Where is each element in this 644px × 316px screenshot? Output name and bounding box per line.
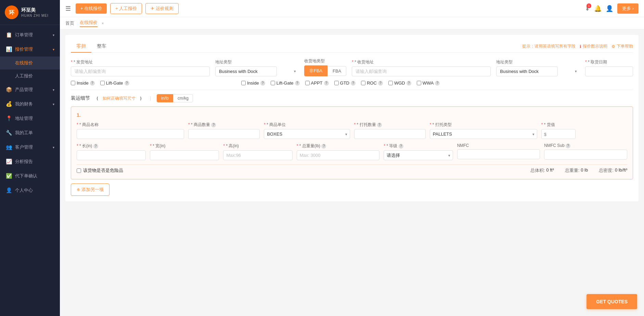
unit-cmkg-button[interactable]: cm/kg <box>173 94 193 102</box>
wgd-help-icon[interactable]: ? <box>407 81 411 86</box>
non-fba-button[interactable]: 非FBA <box>304 65 327 76</box>
breadcrumb-home[interactable]: 首页 <box>65 20 74 26</box>
height-input[interactable] <box>223 150 292 160</box>
pallet-type-select[interactable]: PALLETS SKIDS FLOOR <box>430 129 537 139</box>
sidebar-item-finance[interactable]: 💰 我的财务 ▾ <box>0 97 60 111</box>
inside-dest-input[interactable] <box>241 81 246 85</box>
add-item-button[interactable]: ⊕ 添加另一项 <box>71 184 110 196</box>
sidebar-item-address-mgmt[interactable]: 📍 地址管理 <box>0 111 60 126</box>
width-input[interactable] <box>150 150 219 160</box>
nmfc-label: NMFC <box>457 143 540 148</box>
unit-toggle: in/lb cm/kg <box>157 94 193 102</box>
shipping-rules-button[interactable]: ✈ 运价规则 <box>145 3 179 14</box>
liftgate-dest-checkbox[interactable]: Lift-Gate ? <box>271 80 300 86</box>
sidebar-item-manual-quote[interactable]: 人工报价 <box>0 69 60 83</box>
workorder-icon: 🔧 <box>5 130 12 136</box>
shipping-title: 装运细节 <box>71 95 90 101</box>
inside-origin-checkbox[interactable]: Inside ? <box>71 80 95 86</box>
liftgate-dest-help-icon[interactable]: ? <box>295 81 300 86</box>
sidebar-item-confirm-order[interactable]: ✅ 代下单确认 <box>0 169 60 183</box>
length-help-icon[interactable]: ? <box>93 144 98 149</box>
sidebar-item-profile[interactable]: 👤 个人中心 <box>0 183 60 198</box>
length-input[interactable] <box>77 150 146 160</box>
inside-origin-help-icon[interactable]: ? <box>90 81 95 86</box>
grade-help-icon[interactable]: ? <box>399 144 403 149</box>
fba-button[interactable]: FBA <box>327 66 346 76</box>
download-icon[interactable]: ⬇ 1 <box>585 5 590 12</box>
wwa-help-icon[interactable]: ? <box>435 81 440 86</box>
order-help-link[interactable]: ⚙ 下单帮助 <box>611 43 633 49</box>
appt-help-icon[interactable]: ? <box>324 81 329 86</box>
tab-close-icon[interactable]: × <box>102 21 104 25</box>
gtd-checkbox[interactable]: GTD ? <box>334 80 356 86</box>
tab-ltl[interactable]: 零担 <box>71 40 91 53</box>
liftgate-origin-input[interactable] <box>100 81 105 85</box>
liftgate-origin-checkbox[interactable]: Lift-Gate ? <box>100 80 129 86</box>
hazardous-checkbox[interactable] <box>77 168 81 173</box>
online-quote-button[interactable]: + 在线报价 <box>76 3 107 14</box>
hamburger-icon[interactable]: ☰ <box>65 5 71 12</box>
wwa-checkbox[interactable]: WWA ? <box>417 80 440 86</box>
gtd-input[interactable] <box>334 81 339 85</box>
pallet-qty-input[interactable] <box>354 129 426 139</box>
pickup-date-input[interactable] <box>585 66 633 76</box>
liftgate-dest-input[interactable] <box>271 81 275 85</box>
sidebar-item-customer-mgmt[interactable]: 👥 客户管理 ▾ <box>0 140 60 154</box>
item-fields-row2: * * 长(in) ? * * 宽(in) <box>77 143 627 160</box>
sidebar-item-order-mgmt[interactable]: 📋 订单管理 ▾ <box>0 28 60 42</box>
pallet-qty-field: * * 打托数量 ? <box>354 122 426 139</box>
roc-help-icon[interactable]: ? <box>378 81 383 86</box>
more-button[interactable]: 更多 › <box>617 3 639 14</box>
nmfc-sub-input[interactable] <box>544 150 627 160</box>
nmfc-input[interactable] <box>457 149 540 159</box>
wgd-checkbox[interactable]: WGD ? <box>388 80 411 86</box>
sidebar-item-label: 代下单确认 <box>15 173 37 179</box>
notification-icon[interactable]: 🔔 <box>594 5 602 12</box>
pickup-date-label: * * 取货日期 <box>585 59 633 65</box>
product-qty-input[interactable] <box>188 129 260 139</box>
main-area: ☰ + 在线报价 + 人工报价 ✈ 运价规则 ⬇ 1 🔔 👤 更多 › 首页 在… <box>60 0 644 316</box>
qty-help-icon[interactable]: ? <box>211 123 216 127</box>
sidebar-item-label: 地址管理 <box>15 115 33 122</box>
sidebar-item-product-mgmt[interactable]: 📦 产品管理 ▾ <box>0 83 60 97</box>
pallet-qty-help-icon[interactable]: ? <box>377 123 382 127</box>
sidebar-item-quote-mgmt[interactable]: 📊 报价管理 ▾ <box>0 42 60 56</box>
sidebar-item-analysis[interactable]: 📈 分析报告 <box>0 154 60 169</box>
nmfc-sub-help-icon[interactable]: ? <box>566 143 570 148</box>
inside-dest-checkbox[interactable]: Inside ? <box>241 80 265 86</box>
breadcrumb-current[interactable]: 在线报价 <box>80 20 98 27</box>
weight-help-icon[interactable]: ? <box>321 144 326 149</box>
bracket-close: ） <box>140 95 144 101</box>
dest-address-input[interactable] <box>352 66 491 76</box>
user-icon[interactable]: 👤 <box>606 5 613 12</box>
sidebar-item-label: 分析报告 <box>15 159 33 165</box>
gtd-help-icon[interactable]: ? <box>351 81 356 86</box>
liftgate-origin-help-icon[interactable]: ? <box>125 81 129 86</box>
unit-inlb-button[interactable]: in/lb <box>157 94 173 102</box>
product-unit-label: * * 商品单位 <box>264 122 350 128</box>
inside-dest-help-icon[interactable]: ? <box>260 81 265 86</box>
grade-select[interactable]: 请选择 50556065 7077.58592.5 100110125150 1… <box>384 150 453 160</box>
how-to-link[interactable]: 如何正确填写尺寸 <box>103 96 136 101</box>
roc-checkbox[interactable]: ROC ? <box>361 80 383 86</box>
total-density-stat: 总密度: 0 lb/ft³ <box>599 167 627 174</box>
product-name-input[interactable] <box>77 129 184 139</box>
get-quotes-button[interactable]: GET QUOTES <box>587 294 637 309</box>
appt-checkbox[interactable]: APPT ? <box>305 80 329 86</box>
sidebar-item-online-quote[interactable]: 在线报价 <box>0 56 60 69</box>
product-unit-select[interactable]: BOXES PALLETS SKIDS PIECES <box>264 129 350 139</box>
manual-quote-button[interactable]: + 人工报价 <box>110 3 142 14</box>
dest-address-type-select[interactable]: Business with Dock Business without Dock… <box>496 66 558 76</box>
quote-explanation-link[interactable]: ℹ 报价图示说明 <box>580 43 607 49</box>
inside-origin-input[interactable] <box>71 81 75 85</box>
appt-input[interactable] <box>305 81 310 85</box>
origin-address-input[interactable] <box>71 66 210 76</box>
wwa-input[interactable] <box>417 81 421 85</box>
tab-ftl[interactable]: 整车 <box>91 40 112 53</box>
sidebar-item-workorder[interactable]: 🔧 我的工单 <box>0 126 60 140</box>
weight-input[interactable] <box>297 150 380 160</box>
origin-address-type-select[interactable]: Business with Dock Business without Dock… <box>215 66 277 76</box>
wgd-input[interactable] <box>388 81 393 85</box>
width-field: * * 宽(in) <box>150 143 219 160</box>
roc-input[interactable] <box>361 81 365 85</box>
